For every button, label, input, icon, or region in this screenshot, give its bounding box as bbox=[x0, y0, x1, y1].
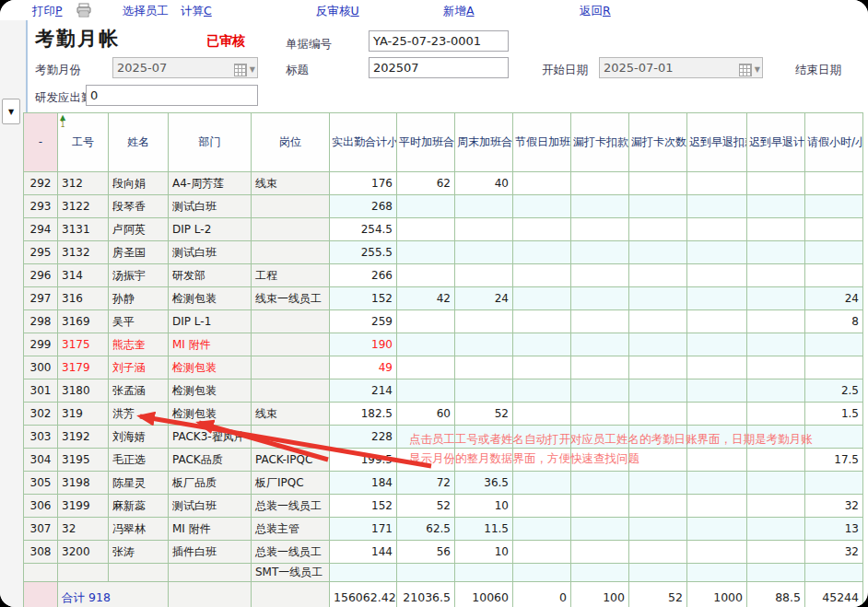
column-header-late-early-fine[interactable]: 迟到早退扣款合计/元 bbox=[687, 113, 747, 172]
total-leave-hours: 45244 bbox=[805, 582, 863, 607]
cell-employee-name[interactable]: 毛正选 bbox=[109, 449, 169, 472]
cell-holiday-ot-hours bbox=[513, 264, 571, 287]
cell-row-number[interactable]: 308 bbox=[24, 541, 58, 564]
start-date-picker[interactable]: 2025-07-01 ▼ bbox=[599, 57, 763, 78]
cell-row-number[interactable]: 300 bbox=[24, 356, 58, 379]
cell-employee-name[interactable]: 刘子涵 bbox=[109, 356, 169, 379]
cell-row-number[interactable]: 303 bbox=[24, 426, 58, 449]
column-header-missed-punch-fine[interactable]: 漏打卡扣款/元 bbox=[571, 113, 629, 172]
column-header-weekday-ot-hours[interactable]: 平时加班合计小时数 bbox=[397, 113, 455, 172]
cell-employee-name[interactable]: 段向娟 bbox=[109, 172, 169, 195]
column-header-employee-name[interactable]: 姓名 bbox=[109, 113, 169, 172]
column-header-weekend-ot-hours[interactable]: 周末加班合计小时数 bbox=[455, 113, 513, 172]
toolbar-link-select-employee[interactable]: 选择员工 bbox=[123, 4, 169, 19]
cell-row-number[interactable]: 295 bbox=[24, 241, 58, 264]
cell-employee-name[interactable]: 卢阿英 bbox=[109, 218, 169, 241]
cell-employee-id[interactable]: 319 bbox=[58, 403, 109, 426]
cell-employee-id[interactable]: 3175 bbox=[58, 333, 109, 356]
month-picker[interactable]: 2025-07 ▼ bbox=[112, 57, 258, 78]
cell-employee-name[interactable]: 张孟涵 bbox=[109, 379, 169, 403]
cell-employee-name[interactable]: 刘海婧 bbox=[109, 426, 169, 449]
cell-employee-name[interactable]: 冯翠林 bbox=[109, 518, 169, 541]
rd-attendance-input[interactable]: 0 bbox=[86, 85, 258, 106]
cell-weekday-ot-hours bbox=[397, 218, 455, 241]
cell-row-number[interactable]: 296 bbox=[24, 264, 58, 287]
toolbar-link-add-new[interactable]: 新增A bbox=[443, 4, 475, 19]
cell-row-number[interactable]: 298 bbox=[24, 310, 58, 333]
cell-employee-name[interactable]: 陈星灵 bbox=[109, 472, 169, 495]
cell-department: MI 附件 bbox=[169, 518, 252, 541]
cell-row-number[interactable]: 302 bbox=[24, 403, 58, 426]
toolbar-link-return[interactable]: 返回R bbox=[580, 4, 611, 19]
cell-row-number[interactable]: 304 bbox=[24, 449, 58, 472]
column-header-employee-id[interactable]: 工号▲1 bbox=[58, 113, 109, 172]
cell-employee-id[interactable]: 3180 bbox=[58, 379, 109, 403]
column-header-position[interactable]: 岗位 bbox=[252, 113, 330, 172]
cell-actual-hours: 182.5 bbox=[330, 403, 397, 426]
column-header-row-number[interactable]: - bbox=[24, 113, 58, 172]
cell-employee-name[interactable]: 熊志奎 bbox=[109, 333, 169, 356]
column-header-actual-hours[interactable]: 实出勤合计小时数 bbox=[330, 113, 397, 172]
toolbar-link-print[interactable]: 打印P bbox=[32, 4, 63, 19]
column-header-late-early-absent-hours[interactable]: 迟到早退计缺勤小时 bbox=[747, 113, 805, 172]
cell-holiday-ot-hours bbox=[513, 472, 571, 495]
collapse-panel-button[interactable]: ▼ bbox=[2, 99, 20, 124]
cell-row-number[interactable]: 307 bbox=[24, 518, 58, 541]
cell-late-early-absent-hours bbox=[747, 379, 805, 403]
cell-employee-id[interactable]: 314 bbox=[58, 264, 109, 287]
cell-employee-name[interactable]: 麻新蕊 bbox=[109, 495, 169, 518]
cell-weekend-ot-hours bbox=[455, 310, 513, 333]
cell-employee-id[interactable]: 3192 bbox=[58, 426, 109, 449]
cell-employee-id[interactable]: 3179 bbox=[58, 356, 109, 379]
cell-employee-name[interactable]: 洪芳 bbox=[109, 403, 169, 426]
cell-employee-id[interactable]: 3132 bbox=[58, 241, 109, 264]
toolbar-link-unaudit[interactable]: 反审核U bbox=[316, 4, 359, 19]
column-header-missed-punch-count[interactable]: 漏打卡次数/次数 bbox=[629, 113, 687, 172]
cell-employee-id[interactable]: 3169 bbox=[58, 310, 109, 333]
cell-employee-id[interactable]: 3131 bbox=[58, 218, 109, 241]
cell-employee-name[interactable]: 张涛 bbox=[109, 541, 169, 564]
cell-row-number[interactable]: 306 bbox=[24, 495, 58, 518]
cell-row-number[interactable]: 301 bbox=[24, 379, 58, 403]
cell-employee-name[interactable]: 汤振宇 bbox=[109, 264, 169, 287]
cell-employee-id[interactable]: 316 bbox=[58, 287, 109, 310]
cell-department bbox=[169, 564, 252, 582]
cell-department: DIP L-1 bbox=[169, 310, 252, 333]
cell-leave-hours: 24 bbox=[805, 287, 863, 310]
chevron-down-icon[interactable]: ▼ bbox=[755, 60, 760, 79]
cell-employee-id[interactable]: 3200 bbox=[58, 541, 109, 564]
cell-employee-name[interactable]: 吴平 bbox=[109, 310, 169, 333]
cell-employee-name[interactable]: 孙静 bbox=[109, 287, 169, 310]
cell-late-early-fine bbox=[687, 241, 747, 264]
column-header-department[interactable]: 部门 bbox=[169, 113, 252, 172]
cell-employee-id[interactable]: 312 bbox=[58, 172, 109, 195]
cell-missed-punch-fine bbox=[571, 356, 629, 379]
cell-leave-hours bbox=[805, 264, 863, 287]
cell-leave-hours bbox=[805, 564, 863, 582]
cell-leave-hours bbox=[805, 172, 863, 195]
caption-input[interactable]: 202507 bbox=[369, 57, 509, 78]
cell-row-number[interactable]: 299 bbox=[24, 333, 58, 356]
toolbar-link-calculate[interactable]: 计算C bbox=[181, 4, 212, 19]
cell-row-number[interactable]: 294 bbox=[24, 218, 58, 241]
cell-row-number[interactable]: 293 bbox=[24, 195, 58, 218]
cell-row-number[interactable]: 297 bbox=[24, 287, 58, 310]
cell-department: 检测包装 bbox=[169, 287, 252, 310]
printer-icon[interactable] bbox=[76, 3, 92, 20]
cell-employee-id[interactable]: 3195 bbox=[58, 449, 109, 472]
cell-employee-name[interactable]: 房圣国 bbox=[109, 241, 169, 264]
cell-department: PACK3-翟凤芹 bbox=[169, 426, 252, 449]
cell-employee-name[interactable]: 段琴香 bbox=[109, 195, 169, 218]
chevron-down-icon[interactable]: ▼ bbox=[250, 60, 255, 79]
cell-row-number[interactable]: 305 bbox=[24, 472, 58, 495]
column-header-holiday-ot-hours[interactable]: 节假日加班合计小时数 bbox=[513, 113, 571, 172]
cell-position bbox=[252, 582, 330, 607]
cell-employee-id[interactable]: 3122 bbox=[58, 195, 109, 218]
doc-no-input[interactable]: YA-25-07-23-0001 bbox=[369, 30, 509, 52]
cell-row-number[interactable]: 292 bbox=[24, 172, 58, 195]
cell-employee-id[interactable]: 3199 bbox=[58, 495, 109, 518]
cell-employee-id[interactable]: 3198 bbox=[58, 472, 109, 495]
cell-leave-hours bbox=[805, 333, 863, 356]
column-header-leave-hours[interactable]: 请假小时/小时 bbox=[805, 113, 863, 172]
cell-employee-id[interactable]: 32 bbox=[58, 518, 109, 541]
